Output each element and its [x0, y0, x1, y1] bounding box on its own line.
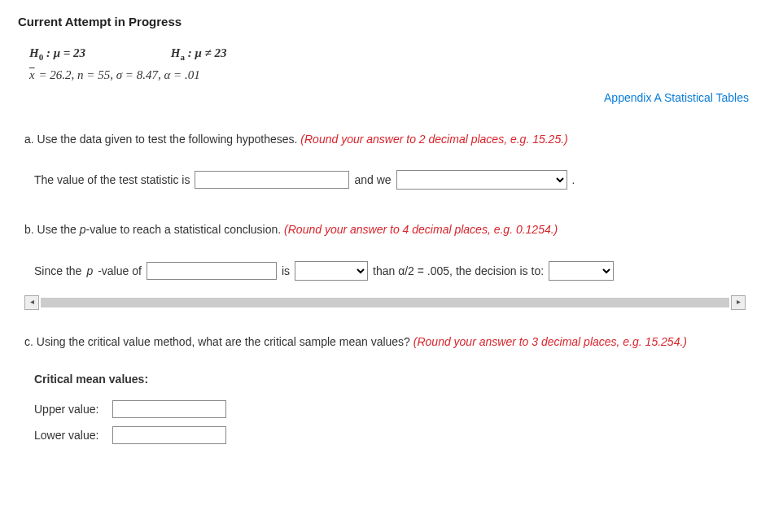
scroll-track[interactable] [41, 298, 729, 307]
part-c-question: c. Using the critical value method, what… [24, 334, 752, 351]
critical-values-heading: Critical mean values: [34, 373, 752, 386]
test-statistic-input[interactable] [195, 171, 349, 189]
h0-prefix: H [29, 46, 39, 59]
part-b-pword: p [80, 223, 86, 236]
part-b-text-after: -value to reach a statistical conclusion… [86, 223, 285, 236]
part-c-text: Using the critical value method, what ar… [37, 335, 413, 348]
scroll-right-button[interactable]: ▸ [731, 295, 746, 310]
part-c-label: c. [24, 335, 37, 348]
part-b-question: b. Use the p-value to reach a statistica… [24, 222, 752, 238]
part-a-hint: (Round your answer to 2 decimal places, … [300, 133, 567, 146]
ha-prefix: H [171, 46, 181, 59]
xbar-symbol: x [29, 65, 36, 85]
page-title: Current Attempt in Progress [18, 15, 752, 28]
lower-value-label: Lower value: [34, 429, 107, 442]
part-a-answer-row: The value of the test statistic is and w… [34, 170, 752, 190]
part-a-text: Use the data given to test the following… [37, 133, 301, 146]
than-text: than α/2 = .005, the decision is to: [373, 264, 544, 277]
decision-select-b[interactable] [549, 261, 614, 281]
lower-value-input[interactable] [112, 426, 226, 444]
part-a-question: a. Use the data given to test the follow… [24, 132, 752, 148]
test-statistic-label: The value of the test statistic is [34, 173, 190, 186]
since-before: Since the [34, 264, 81, 277]
appendix-link[interactable]: Appendix A Statistical Tables [18, 91, 749, 104]
comparison-select[interactable] [295, 261, 368, 281]
upper-value-input[interactable] [112, 400, 226, 418]
p-value-input[interactable] [147, 262, 277, 280]
hypotheses-block: H0 : μ = 23 Ha : μ ≠ 23 x = 26.2, n = 55… [29, 43, 752, 85]
scroll-left-button[interactable]: ◂ [24, 295, 39, 310]
part-b-hint: (Round your answer to 4 decimal places, … [284, 223, 558, 236]
part-b-label: b. [24, 223, 37, 236]
since-after: -value of [98, 264, 142, 277]
part-a-label: a. [24, 133, 37, 146]
part-b-text-before: Use the [37, 223, 80, 236]
since-p: p [86, 264, 93, 277]
part-b-answer-row: Since the p-value of is than α/2 = .005,… [34, 261, 752, 281]
lower-value-row: Lower value: [34, 426, 752, 444]
decision-select-a[interactable] [396, 170, 567, 190]
h0-body: : μ = 23 [43, 46, 85, 59]
part-c-hint: (Round your answer to 3 decimal places, … [413, 335, 687, 348]
part-a-period: . [572, 173, 575, 186]
ha-body: : μ ≠ 23 [185, 46, 227, 59]
stats-line: = 26.2, n = 55, σ = 8.47, α = .01 [36, 68, 200, 81]
is-label: is [282, 264, 290, 277]
upper-value-row: Upper value: [34, 400, 752, 418]
upper-value-label: Upper value: [34, 403, 107, 416]
and-we-label: and we [354, 173, 391, 186]
horizontal-scrollbar[interactable]: ◂ ▸ [24, 295, 746, 310]
